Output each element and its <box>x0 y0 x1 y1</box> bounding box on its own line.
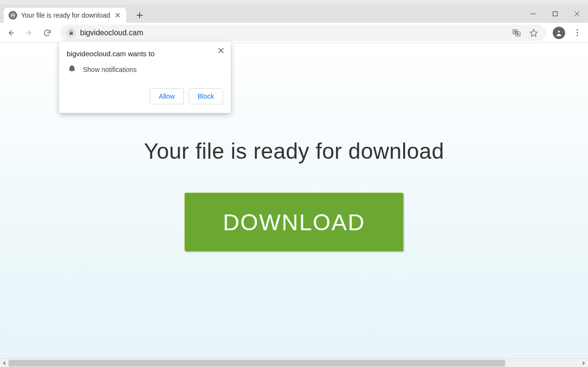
svg-marker-20 <box>583 361 585 365</box>
page-headline: Your file is ready for download <box>144 138 444 164</box>
notification-permission-popup: bigvideocloud.cam wants to Show notifica… <box>59 42 231 113</box>
block-button[interactable]: Block <box>189 88 223 104</box>
titlebar <box>0 0 588 5</box>
back-button[interactable] <box>3 25 19 41</box>
minimize-button[interactable] <box>522 5 544 23</box>
tab-strip: Your file is ready for download <box>0 5 588 23</box>
permission-title: bigvideocloud.cam wants to <box>67 50 223 58</box>
close-popup-button[interactable] <box>216 46 226 55</box>
profile-button[interactable] <box>551 25 567 41</box>
maximize-button[interactable] <box>544 5 566 23</box>
window-controls <box>522 5 588 23</box>
reload-button[interactable] <box>39 25 55 41</box>
close-window-button[interactable] <box>566 5 588 23</box>
svg-marker-15 <box>530 29 537 36</box>
svg-marker-19 <box>3 361 5 365</box>
toolbar: bigvideocloud.cam <box>0 23 588 43</box>
scroll-right-arrow[interactable] <box>579 359 588 367</box>
menu-button[interactable] <box>569 29 585 36</box>
scroll-thumb[interactable] <box>9 360 505 367</box>
svg-point-16 <box>558 30 560 32</box>
permission-item: Show notifications <box>68 64 223 75</box>
close-tab-button[interactable] <box>114 11 122 19</box>
tab-title: Your file is ready for download <box>21 11 110 19</box>
bell-icon <box>68 64 76 75</box>
scroll-track[interactable] <box>9 359 579 367</box>
download-button[interactable]: DOWNLOAD <box>184 193 404 252</box>
forward-button[interactable] <box>21 25 37 41</box>
scroll-left-arrow[interactable] <box>0 359 9 367</box>
horizontal-scrollbar[interactable] <box>0 358 588 367</box>
permission-label: Show notifications <box>83 66 137 73</box>
bookmark-star-icon[interactable] <box>527 29 540 37</box>
translate-icon[interactable] <box>510 29 523 37</box>
svg-rect-5 <box>553 12 558 16</box>
url-text: bigvideocloud.cam <box>80 29 506 37</box>
person-icon <box>553 27 565 39</box>
new-tab-button[interactable] <box>133 9 146 22</box>
address-bar[interactable]: bigvideocloud.cam <box>60 25 546 41</box>
globe-icon <box>9 11 17 20</box>
browser-tab[interactable]: Your file is ready for download <box>4 8 126 23</box>
kebab-icon <box>577 29 578 36</box>
lock-icon[interactable] <box>66 28 76 38</box>
allow-button[interactable]: Allow <box>150 88 183 104</box>
